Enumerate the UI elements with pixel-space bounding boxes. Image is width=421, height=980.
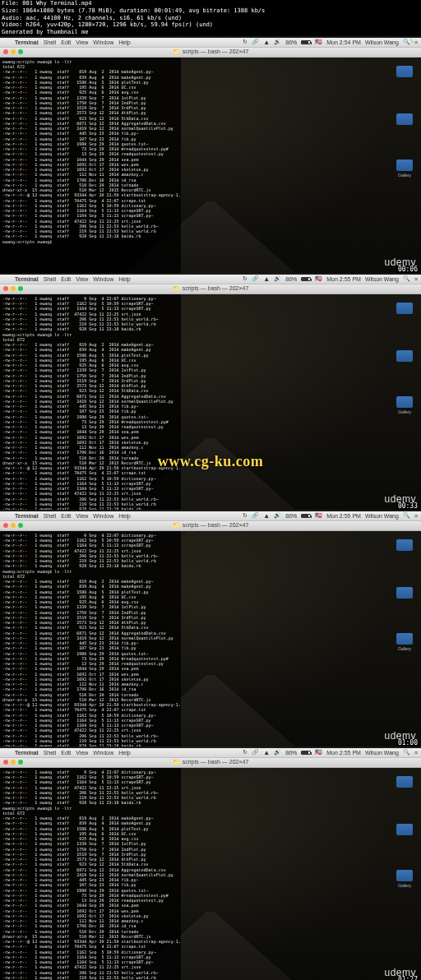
search-icon[interactable]: 🔍 [403,512,410,519]
battery-icon[interactable] [301,751,311,755]
flag-icon[interactable]: 🇺🇸 [315,275,322,282]
terminal-titlebar[interactable]: 📁scripts — bash — 202×47 [0,521,421,531]
sync-icon[interactable]: ↻ [243,512,248,519]
minimize-icon[interactable] [11,760,16,765]
menu-item[interactable]: Shell [44,750,57,756]
terminal-output[interactable]: ewang:scripts ewang$ ls -ltr total 672 -… [0,58,181,273]
flag-icon[interactable]: 🇺🇸 [315,512,322,519]
close-icon[interactable] [3,286,8,291]
apple-menu-icon[interactable] [2,276,10,282]
menu-item[interactable]: Help [118,750,130,756]
app-name[interactable]: Terminal [15,276,39,282]
desktop-folder[interactable] [393,66,416,79]
menu-item[interactable]: Edit [61,276,71,282]
wifi-icon[interactable]: ▲ [263,512,270,520]
close-icon[interactable] [3,49,8,54]
volume-icon[interactable]: 🔊 [274,39,281,45]
clock-text[interactable]: Mon 2:55 PM [326,276,361,282]
folder-icon [396,303,413,314]
menu-item[interactable]: Help [118,276,130,282]
terminal-output[interactable]: -rw-r--r-- 1 ewang staff 0 Sep 4 22:07 d… [0,294,181,510]
user-name[interactable]: Wilson Wang [365,750,399,756]
desktop-folder[interactable] [393,539,416,552]
clock-text[interactable]: Mon 2:55 PM [326,513,361,519]
flag-icon[interactable]: 🇺🇸 [315,39,322,45]
terminal-titlebar[interactable]: 📁scripts — bash — 202×47 [0,48,421,58]
volume-icon[interactable]: 🔊 [274,749,281,756]
search-icon[interactable]: 🔍 [403,275,410,282]
desktop-folder[interactable]: Gallery [393,159,416,178]
wifi-icon[interactable]: ▲ [263,749,270,756]
sync-icon[interactable]: ↻ [243,275,248,282]
menu-item[interactable]: Window [93,513,113,519]
apple-menu-icon[interactable] [2,39,10,45]
desktop-folder[interactable]: Gallery [393,633,416,651]
apple-menu-icon[interactable] [2,513,10,519]
zoom-icon[interactable] [18,523,23,528]
desktop-folder[interactable] [393,113,416,127]
menu-item[interactable]: View [76,39,88,45]
desktop-folder[interactable] [393,303,416,316]
apple-menu-icon[interactable] [2,750,10,756]
menu-item[interactable]: View [76,513,88,519]
link-icon[interactable]: 🔗 [252,749,259,756]
notifications-icon[interactable]: ≡ [414,39,418,45]
clock-text[interactable]: Mon 2:55 PM [326,750,361,756]
volume-icon[interactable]: 🔊 [274,512,281,519]
minimize-icon[interactable] [11,49,16,54]
user-name[interactable]: Wilson Wang [365,513,399,519]
wifi-icon[interactable]: ▲ [263,275,270,283]
desktop-folder[interactable] [393,776,416,789]
terminal-titlebar[interactable]: 📁scripts — bash — 202×47 [0,284,421,294]
notifications-icon[interactable]: ≡ [414,513,418,519]
app-name[interactable]: Terminal [15,39,39,45]
desktop-folder[interactable] [393,350,416,363]
menu-item[interactable]: Window [93,276,113,282]
zoom-icon[interactable] [18,760,23,765]
sync-icon[interactable]: ↻ [243,39,248,45]
menu-item[interactable]: Window [93,750,113,756]
notifications-icon[interactable]: ≡ [414,276,418,282]
terminal-output[interactable]: -rw-r--r-- 1 ewang staff 0 Sep 4 22:07 d… [0,768,181,980]
battery-icon[interactable] [301,40,311,44]
menu-item[interactable]: Shell [44,513,57,519]
menu-item[interactable]: Edit [61,39,71,45]
terminal-output[interactable]: -rw-r--r-- 1 ewang staff 0 Sep 4 22:07 d… [0,531,181,747]
battery-icon[interactable] [301,277,311,281]
user-name[interactable]: Wilson Wang [365,276,399,282]
close-icon[interactable] [3,523,8,528]
zoom-icon[interactable] [18,49,23,54]
app-name[interactable]: Terminal [15,750,39,756]
minimize-icon[interactable] [11,523,16,528]
clock-text[interactable]: Mon 2:54 PM [326,39,361,45]
desktop-folder[interactable]: Gallery [393,870,416,888]
desktop-folder[interactable] [393,587,416,600]
zoom-icon[interactable] [18,286,23,291]
search-icon[interactable]: 🔍 [403,749,410,756]
wifi-icon[interactable]: ▲ [263,39,270,46]
flag-icon[interactable]: 🇺🇸 [315,749,322,756]
desktop-folder[interactable]: Gallery [393,396,416,414]
menu-item[interactable]: View [76,276,88,282]
link-icon[interactable]: 🔗 [252,39,259,45]
menu-item[interactable]: Shell [44,276,57,282]
link-icon[interactable]: 🔗 [252,275,259,282]
menu-item[interactable]: Edit [61,513,71,519]
menu-item[interactable]: Shell [44,39,57,45]
menu-item[interactable]: View [76,750,88,756]
app-name[interactable]: Terminal [15,513,39,519]
volume-icon[interactable]: 🔊 [274,275,281,282]
sync-icon[interactable]: ↻ [243,749,248,756]
desktop-folder[interactable] [393,824,416,837]
menu-item[interactable]: Window [93,39,113,45]
close-icon[interactable] [3,760,8,765]
user-name[interactable]: Wilson Wang [365,39,399,45]
link-icon[interactable]: 🔗 [252,512,259,519]
menu-item[interactable]: Help [118,513,130,519]
menu-item[interactable]: Help [118,39,130,45]
notifications-icon[interactable]: ≡ [414,750,418,756]
terminal-titlebar[interactable]: 📁scripts — bash — 202×47 [0,758,421,768]
menu-item[interactable]: Edit [61,750,71,756]
battery-icon[interactable] [301,514,311,518]
minimize-icon[interactable] [11,286,16,291]
